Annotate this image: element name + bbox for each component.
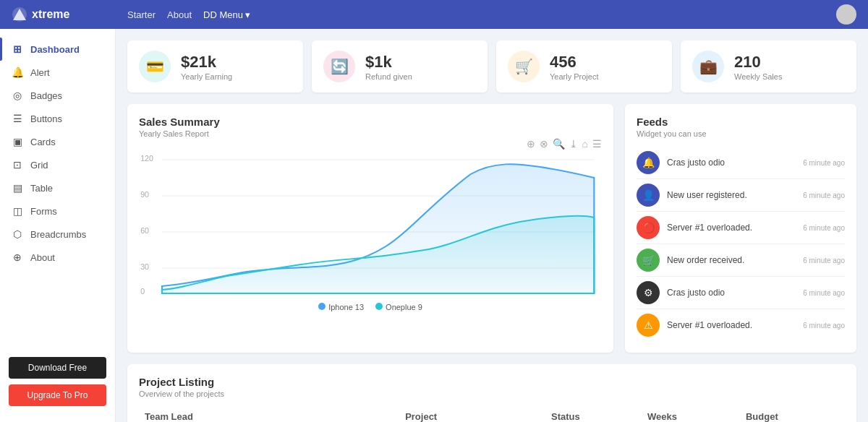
sidebar-item-breadcrumbs[interactable]: ⬡Breadcrumbs bbox=[0, 223, 115, 246]
buttons-icon: ☰ bbox=[12, 113, 23, 124]
chart-tool-zoom[interactable]: 🔍 bbox=[553, 138, 565, 150]
project-title: Project Listing bbox=[139, 376, 845, 388]
feed-icon-2: 🔴 bbox=[637, 216, 660, 239]
feed-time-4: 6 minute ago bbox=[803, 289, 845, 297]
col-header-0: Team Lead bbox=[139, 407, 399, 422]
stat-card-0: 💳 $21k Yearly Earning bbox=[127, 40, 303, 92]
feed-item-3: 🛒 New order received. 6 minute ago bbox=[637, 244, 845, 277]
feed-time-1: 6 minute ago bbox=[803, 191, 845, 199]
sidebar-label-about: About bbox=[30, 252, 55, 263]
sidebar-label-buttons: Buttons bbox=[30, 113, 62, 124]
chart-tool-download[interactable]: ⤓ bbox=[569, 138, 578, 150]
sidebar-label-forms: Forms bbox=[30, 206, 57, 217]
sidebar-label-badges: Badges bbox=[30, 90, 62, 101]
sidebar-item-table[interactable]: ▤Table bbox=[0, 176, 115, 199]
topnav-links: Starter About DD Menu ▾ bbox=[127, 9, 836, 20]
chart-toolbar: ⊕ ⊗ 🔍 ⤓ ⌂ ☰ bbox=[139, 138, 602, 150]
stat-card-3: 💼 210 Weekly Sales bbox=[681, 40, 856, 92]
nav-starter[interactable]: Starter bbox=[127, 9, 156, 20]
feed-text-0: Cras justo odio bbox=[667, 158, 796, 168]
table-icon: ▤ bbox=[12, 182, 23, 194]
col-header-2: Status bbox=[545, 407, 642, 422]
chart-tool-menu[interactable]: ☰ bbox=[592, 138, 602, 150]
feed-icon-5: ⚠ bbox=[637, 314, 660, 337]
user-avatar[interactable] bbox=[836, 4, 856, 25]
stat-icon-1: 🔄 bbox=[323, 51, 355, 82]
feed-text-2: Server #1 overloaded. bbox=[667, 223, 796, 233]
stat-card-1: 🔄 $1k Refund given bbox=[312, 40, 488, 92]
sidebar-bottom: Download Free Upgrade To Pro bbox=[0, 350, 115, 413]
chart-card: Sales Summary Yearly Sales Report ⊕ ⊗ 🔍 … bbox=[127, 104, 613, 353]
svg-point-2 bbox=[843, 9, 849, 15]
col-header-3: Weeks bbox=[642, 407, 740, 422]
cards-icon: ▣ bbox=[12, 136, 23, 147]
badges-icon: ◎ bbox=[12, 90, 23, 101]
stat-label-2: Yearly Project bbox=[550, 72, 598, 81]
feed-icon-3: 🛒 bbox=[637, 249, 660, 272]
feed-time-2: 6 minute ago bbox=[803, 224, 845, 232]
feed-text-5: Server #1 overloaded. bbox=[667, 320, 796, 330]
feed-item-4: ⚙ Cras justo odio 6 minute ago bbox=[637, 277, 845, 309]
svg-text:90: 90 bbox=[140, 191, 149, 199]
chart-subtitle: Yearly Sales Report bbox=[139, 129, 602, 138]
sidebar-item-forms[interactable]: ◫Forms bbox=[0, 199, 115, 223]
sidebar: ⊞Dashboard🔔Alert◎Badges☰Buttons▣Cards⊡Gr… bbox=[0, 29, 116, 422]
stats-row: 💳 $21k Yearly Earning 🔄 $1k Refund given… bbox=[127, 40, 856, 92]
chart-legend: Iphone 13Oneplue 9 bbox=[139, 303, 602, 311]
feed-text-3: New order received. bbox=[667, 255, 796, 265]
sidebar-item-dashboard[interactable]: ⊞Dashboard bbox=[0, 38, 115, 61]
feed-item-0: 🔔 Cras justo odio 6 minute ago bbox=[637, 147, 845, 179]
stat-value-3: 210 bbox=[734, 53, 782, 72]
sidebar-label-grid: Grid bbox=[30, 160, 48, 171]
topnav: xtreme Starter About DD Menu ▾ bbox=[0, 0, 868, 29]
col-header-1: Project bbox=[399, 407, 545, 422]
sidebar-item-grid[interactable]: ⊡Grid bbox=[0, 153, 115, 176]
download-button[interactable]: Download Free bbox=[9, 357, 106, 379]
project-subtitle: Overview of the projects bbox=[139, 389, 845, 398]
feed-icon-4: ⚙ bbox=[637, 281, 660, 304]
feed-item-5: ⚠ Server #1 overloaded. 6 minute ago bbox=[637, 309, 845, 341]
sidebar-item-cards[interactable]: ▣Cards bbox=[0, 130, 115, 153]
chart-tool-home[interactable]: ⌂ bbox=[582, 138, 588, 150]
grid-icon: ⊡ bbox=[12, 159, 23, 171]
feed-time-0: 6 minute ago bbox=[803, 159, 845, 167]
col-header-4: Budget bbox=[740, 407, 845, 422]
feed-time-5: 6 minute ago bbox=[803, 322, 845, 330]
svg-point-3 bbox=[841, 17, 851, 22]
chart-tool-2[interactable]: ⊗ bbox=[540, 138, 548, 150]
stat-icon-3: 💼 bbox=[692, 51, 724, 82]
stat-icon-2: 🛒 bbox=[508, 51, 540, 82]
feed-text-1: New user registered. bbox=[667, 190, 796, 200]
feed-icon-0: 🔔 bbox=[637, 151, 660, 174]
feed-icon-1: 👤 bbox=[637, 184, 660, 207]
dashboard-icon: ⊞ bbox=[12, 43, 23, 55]
stat-icon-0: 💳 bbox=[139, 51, 171, 82]
brand[interactable]: xtreme bbox=[12, 7, 127, 22]
upgrade-button[interactable]: Upgrade To Pro bbox=[9, 384, 106, 406]
brand-name: xtreme bbox=[32, 8, 69, 21]
feeds-title: Feeds bbox=[637, 116, 845, 128]
chart-tool-1[interactable]: ⊕ bbox=[527, 138, 535, 150]
stat-value-2: 456 bbox=[550, 53, 598, 72]
main-content: 💳 $21k Yearly Earning 🔄 $1k Refund given… bbox=[116, 29, 868, 422]
sidebar-label-cards: Cards bbox=[30, 137, 56, 147]
legend-item-Oneplue9: Oneplue 9 bbox=[375, 303, 422, 311]
sidebar-item-buttons[interactable]: ☰Buttons bbox=[0, 107, 115, 130]
stat-card-2: 🛒 456 Yearly Project bbox=[496, 40, 672, 92]
content-row: Sales Summary Yearly Sales Report ⊕ ⊗ 🔍 … bbox=[127, 104, 856, 353]
stat-label-0: Yearly Earning bbox=[181, 72, 232, 81]
chart-container: 120 90 60 30 0 Jan Feb bbox=[139, 152, 602, 297]
sidebar-item-alert[interactable]: 🔔Alert bbox=[0, 61, 115, 84]
nav-about[interactable]: About bbox=[167, 9, 192, 20]
sidebar-label-alert: Alert bbox=[30, 67, 50, 78]
nav-dd-menu[interactable]: DD Menu ▾ bbox=[203, 9, 250, 20]
stat-value-1: $1k bbox=[365, 53, 412, 72]
sidebar-item-about[interactable]: ⊕About bbox=[0, 246, 115, 269]
stat-label-1: Refund given bbox=[365, 72, 412, 81]
sidebar-item-badges[interactable]: ◎Badges bbox=[0, 84, 115, 107]
feed-text-4: Cras justo odio bbox=[667, 288, 796, 298]
feeds-card: Feeds Widget you can use 🔔 Cras justo od… bbox=[625, 104, 856, 353]
about-icon: ⊕ bbox=[12, 251, 23, 263]
stat-label-3: Weekly Sales bbox=[734, 72, 782, 81]
svg-text:60: 60 bbox=[140, 227, 149, 235]
